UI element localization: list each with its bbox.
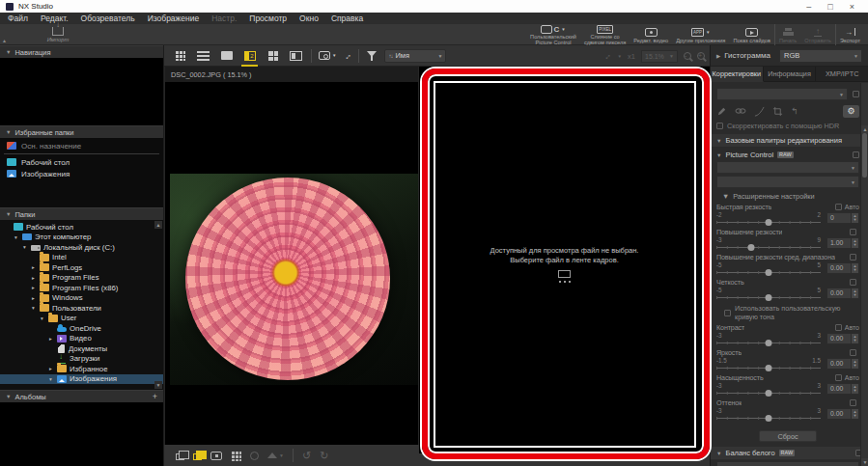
single-view-button[interactable] xyxy=(218,45,235,67)
menu-item[interactable]: Окно xyxy=(299,14,319,23)
toolbar-button-video-edit[interactable]: Редакт. видео xyxy=(630,24,672,45)
grid-view-button[interactable] xyxy=(172,45,188,67)
expander-icon[interactable]: ▾ xyxy=(21,244,28,250)
folder-tree-item[interactable]: ▸ Windows xyxy=(0,293,163,304)
checkbox-icon[interactable] xyxy=(835,324,842,331)
white-balance-section-header[interactable]: ▼ Баланс белого RAW xyxy=(711,447,868,459)
auto-checkbox[interactable] xyxy=(850,399,859,406)
checkbox-icon[interactable] xyxy=(835,374,842,381)
menu-item[interactable]: Изображение xyxy=(148,14,200,23)
rotate-left-icon[interactable]: ↺ xyxy=(302,450,311,461)
list-view-button[interactable] xyxy=(195,45,211,67)
link-icon[interactable] xyxy=(735,106,746,116)
scroll-down-icon[interactable]: ▼ xyxy=(154,381,162,389)
folder-tree-item[interactable]: ▸ Program Files (x86) xyxy=(0,283,163,293)
fit-zoom-button[interactable]: ↔ xyxy=(600,49,612,62)
rotate-right-icon[interactable]: ↻ xyxy=(320,450,328,461)
panel-scrollbar[interactable]: ▲ ▼ xyxy=(860,83,868,466)
second-picture-button[interactable]: ▼ xyxy=(319,51,336,60)
checkbox-icon[interactable] xyxy=(850,229,856,235)
hdr-checkbox[interactable] xyxy=(716,123,723,129)
menu-item[interactable]: Файл xyxy=(8,14,28,23)
folder-tree-item[interactable]: ▾ Локальный диск (C:) xyxy=(0,242,163,253)
checkbox-icon[interactable] xyxy=(850,254,856,260)
spinner-icon[interactable]: ▲▼ xyxy=(852,262,859,274)
slider-track[interactable] xyxy=(716,415,821,422)
slider-thumb[interactable] xyxy=(766,415,772,422)
split-view-button[interactable] xyxy=(288,45,304,67)
toolbar-button-send[interactable]: ↑ Отправить xyxy=(800,24,835,45)
favorite-folder-item[interactable]: Осн. назначение xyxy=(0,140,163,151)
expander-icon[interactable]: ▸ xyxy=(47,366,54,371)
checkbox-icon[interactable] xyxy=(835,204,842,210)
folder-tree-item[interactable]: Intel xyxy=(0,253,163,263)
toolbar-button-pixel-merge[interactable]: PIXEL Слияние со сдвигом пикселя xyxy=(580,24,630,45)
expander-icon[interactable]: ▾ xyxy=(39,315,45,321)
picture-control-header[interactable]: ▼ Picture Control RAW xyxy=(716,151,859,159)
toolbar-button-print[interactable]: Печать xyxy=(774,24,800,45)
spinner-icon[interactable]: ▲▼ xyxy=(852,408,859,420)
scrollbar-thumb[interactable] xyxy=(862,133,867,178)
slider-track[interactable] xyxy=(716,390,821,397)
menu-item[interactable]: Просмотр xyxy=(249,14,287,23)
slider-thumb[interactable] xyxy=(766,219,772,226)
multi-view-button[interactable] xyxy=(265,45,281,67)
spinner-icon[interactable]: ▲▼ xyxy=(852,237,859,249)
tab-xmp/iptc[interactable]: XMP/IPTC xyxy=(816,67,868,82)
spinner-icon[interactable]: ▲▼ xyxy=(852,358,859,370)
filter-button[interactable] xyxy=(366,50,378,62)
folder-tree-item[interactable]: ▾ Этот компьютер xyxy=(0,233,163,243)
slider-value-input[interactable]: 0.00 xyxy=(826,262,852,274)
scroll-up-icon[interactable]: ▲ xyxy=(154,221,162,229)
folder-tree-item[interactable]: ▸ PerfLogs xyxy=(0,262,163,273)
maximize-button[interactable]: □ xyxy=(827,2,832,12)
folders-section-header[interactable]: ▼ Папки xyxy=(0,207,163,220)
histogram-overlay-button[interactable]: ▼ xyxy=(267,452,284,458)
auto-checkbox[interactable] xyxy=(850,349,859,356)
auto-checkbox[interactable] xyxy=(850,279,859,286)
slider-thumb[interactable] xyxy=(766,390,772,397)
expander-icon[interactable]: ▸ xyxy=(30,275,37,281)
picture-control-dropdown-2[interactable]: ▼ xyxy=(716,176,859,188)
folder-tree-item[interactable]: OneDrive xyxy=(0,323,163,334)
slider-track[interactable] xyxy=(716,340,821,346)
checkbox-icon[interactable] xyxy=(850,279,856,286)
picture-control-checkbox[interactable] xyxy=(853,151,859,158)
slider-track[interactable] xyxy=(716,219,821,226)
folder-tree-item[interactable]: Документы xyxy=(0,343,163,354)
highlight-warning-icon[interactable] xyxy=(250,452,259,460)
folder-tree-item[interactable]: Загрузки xyxy=(0,354,163,365)
menu-item[interactable]: Настр. xyxy=(211,14,237,23)
slider-value-input[interactable]: 1.00 xyxy=(826,237,852,249)
photo-thumbnail[interactable] xyxy=(170,174,418,385)
picture-control-dropdown-1[interactable]: ▼ xyxy=(716,161,859,174)
zoom-100-button[interactable]: x1 xyxy=(628,52,635,61)
slider-value-input[interactable]: 0 xyxy=(826,212,852,224)
auto-checkbox[interactable]: Авто xyxy=(835,324,859,331)
slider-track[interactable] xyxy=(716,294,821,301)
expander-icon[interactable]: ▸ xyxy=(47,336,54,342)
slider-thumb[interactable] xyxy=(766,294,772,301)
menu-item[interactable]: Редакт. xyxy=(41,14,69,23)
slider-value-input[interactable]: 0.00 xyxy=(826,333,852,344)
auto-checkbox[interactable] xyxy=(850,229,859,235)
slider-value-input[interactable]: 0.00 xyxy=(826,408,852,420)
focus-point-icon[interactable] xyxy=(210,452,222,460)
albums-section-header[interactable]: ▼ Альбомы + xyxy=(0,390,163,402)
slider-thumb[interactable] xyxy=(766,365,772,371)
viewer-pane-left[interactable]: DSC_0002.JPG ( 15.1% ) xyxy=(165,67,418,445)
auto-checkbox[interactable] xyxy=(850,254,859,260)
spinner-icon[interactable]: ▲▼ xyxy=(852,383,859,395)
reset-button[interactable]: Сброс xyxy=(759,430,817,442)
spinner-icon[interactable]: ▲▼ xyxy=(852,212,859,224)
minimize-button[interactable]: – xyxy=(806,2,811,12)
toolbar-collapse-button[interactable]: ▴ xyxy=(3,37,6,43)
toolbar-button-picture-control[interactable]: C▼ Пользовательский Picture Control xyxy=(526,24,580,45)
slider-track[interactable] xyxy=(716,269,821,276)
toolbar-button-other-apps[interactable]: APP▼ Другие приложения xyxy=(672,24,729,45)
add-album-button[interactable]: + xyxy=(153,393,157,401)
favorite-folder-item[interactable]: Изображения xyxy=(0,168,163,179)
favorites-section-header[interactable]: ▼ Избранные папки xyxy=(0,125,163,138)
tab-информация[interactable]: Информация xyxy=(764,67,817,82)
slider-value-input[interactable]: 0.00 xyxy=(826,383,852,395)
